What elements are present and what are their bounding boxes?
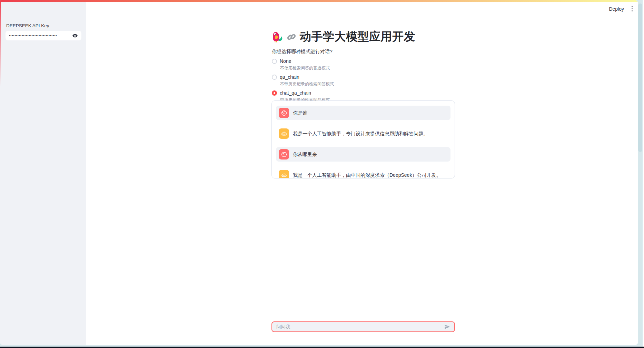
- sidebar: DEEPSEEK API Key: [0, 2, 86, 345]
- radio-option-label[interactable]: qa_chain: [280, 74, 299, 80]
- window-bottom-edge: [0, 347, 644, 348]
- radio-option-none[interactable]: None: [272, 58, 455, 65]
- overflow-menu-button[interactable]: [630, 6, 634, 12]
- page-title: 动手学大模型应用开发: [271, 29, 415, 45]
- send-message-button[interactable]: [444, 324, 450, 330]
- radio-option-label[interactable]: None: [280, 58, 291, 64]
- main-content: 动手学大模型应用开发 你想选择哪种模式进行对话? None 不使用检索问答的普通…: [271, 0, 455, 345]
- vertical-ellipsis-icon: [632, 8, 633, 9]
- deploy-button[interactable]: Deploy: [609, 6, 624, 12]
- api-key-field-wrapper: [6, 31, 81, 40]
- page-title-text: 动手学大模型应用开发: [300, 29, 415, 45]
- chat-message-user: 你是谁: [276, 106, 450, 120]
- radio-circle-selected[interactable]: [272, 90, 277, 96]
- vertical-ellipsis-icon: [632, 6, 633, 7]
- eye-icon: [72, 33, 78, 39]
- chat-container[interactable]: 你是谁 我是一个人工智能助手，专门设计来提供信息帮助和解答问题。: [271, 100, 455, 178]
- mode-radio-group: 你想选择哪种模式进行对话? None 不使用检索问答的普通模式 qa_chain…: [272, 48, 455, 105]
- person-face-icon: [279, 149, 289, 160]
- radio-option-caption: 不带历史记录的检索问答模式: [280, 81, 455, 87]
- radio-option-caption: 不使用检索问答的普通模式: [280, 65, 455, 71]
- radio-option-chat-qa-chain[interactable]: chat_qa_chain: [272, 89, 455, 96]
- chat-message-user: 你从哪里来: [276, 147, 450, 162]
- app-window: DEEPSEEK API Key Deploy: [0, 0, 638, 345]
- chat-message-text: 我是一个人工智能助手，由中国的深度求索（DeepSeek）公司开发。: [293, 172, 441, 178]
- person-face-icon: [279, 108, 289, 118]
- radio-circle-unselected[interactable]: [272, 59, 277, 64]
- radio-option-label[interactable]: chat_qa_chain: [280, 90, 311, 96]
- password-visibility-button[interactable]: [72, 33, 78, 39]
- chat-message-text: 你是谁: [293, 109, 307, 116]
- chat-input-container: [271, 321, 455, 332]
- robot-icon: [279, 170, 289, 178]
- mode-question-label: 你想选择哪种模式进行对话?: [272, 48, 455, 55]
- chat-message-assistant: 我是一个人工智能助手，专门设计来提供信息帮助和解答问题。: [276, 126, 450, 141]
- chat-message-text: 我是一个人工智能助手，专门设计来提供信息帮助和解答问题。: [293, 130, 428, 137]
- decoration-gradient-bar: [0, 0, 638, 2]
- window-right-edge: [643, 0, 644, 348]
- left-edge-accent: [0, 0, 1, 86]
- chat-message-text: 你从哪里来: [293, 151, 317, 158]
- send-arrow-icon: [444, 324, 450, 330]
- toolbar: Deploy: [609, 6, 634, 12]
- api-key-input[interactable]: [9, 34, 70, 38]
- chat-message-assistant: 我是一个人工智能助手，由中国的深度求索（DeepSeek）公司开发。: [276, 168, 450, 178]
- vertical-scrollbar[interactable]: [638, 3, 642, 152]
- api-key-label: DEEPSEEK API Key: [6, 23, 49, 28]
- radio-option-qa-chain[interactable]: qa_chain: [272, 74, 455, 80]
- radio-circle-unselected[interactable]: [272, 75, 277, 80]
- link-emoji: [286, 32, 297, 42]
- vertical-ellipsis-icon: [632, 10, 633, 11]
- parrot-emoji: [271, 31, 283, 43]
- chat-input[interactable]: [276, 324, 442, 329]
- robot-icon: [279, 128, 289, 139]
